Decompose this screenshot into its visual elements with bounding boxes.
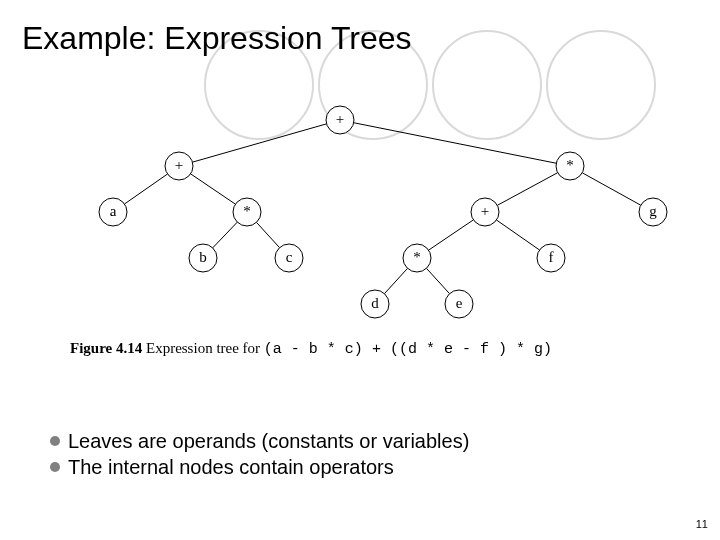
bullet-icon [50, 436, 60, 446]
tree-node-label: * [566, 157, 574, 173]
tree-edge [426, 268, 449, 293]
tree-edge [354, 123, 557, 164]
tree-node-label: * [413, 249, 421, 265]
tree-edge [384, 268, 407, 293]
tree-node-label: e [456, 295, 463, 311]
tree-node: * [403, 244, 431, 272]
tree-node-label: c [286, 249, 293, 265]
tree-edge [213, 222, 238, 248]
tree-edge [429, 220, 474, 250]
tree-edge [124, 174, 167, 204]
tree-node: f [537, 244, 565, 272]
tree-node: c [275, 244, 303, 272]
tree-node-label: a [110, 203, 117, 219]
tree-node: a [99, 198, 127, 226]
figure-label: Figure 4.14 [70, 340, 142, 356]
bullet-item: The internal nodes contain operators [50, 454, 469, 480]
tree-node: b [189, 244, 217, 272]
tree-node-label: + [481, 203, 489, 219]
tree-edge [256, 222, 279, 247]
tree-node-label: + [175, 157, 183, 173]
tree-edge [192, 124, 326, 162]
tree-node: + [165, 152, 193, 180]
bullet-text: Leaves are operands (constants or variab… [68, 428, 469, 454]
bullet-icon [50, 462, 60, 472]
tree-node: g [639, 198, 667, 226]
expression-tree: ++*a*+gbc*fde [55, 100, 675, 350]
tree-node-label: * [243, 203, 251, 219]
tree-node-label: d [371, 295, 379, 311]
caption-text: Expression tree for [146, 340, 260, 356]
tree-node: + [326, 106, 354, 134]
bullet-list: Leaves are operands (constants or variab… [50, 428, 469, 480]
page-number: 11 [696, 518, 708, 530]
figure-caption: Figure 4.14 Expression tree for (a - b *… [70, 340, 552, 358]
tree-edge [191, 174, 236, 204]
tree-node: * [233, 198, 261, 226]
tree-node: d [361, 290, 389, 318]
slide: Example: Expression Trees ++*a*+gbc*fde … [0, 0, 720, 540]
caption-expression: (a - b * c) + ((d * e - f ) * g) [264, 341, 552, 358]
bullet-item: Leaves are operands (constants or variab… [50, 428, 469, 454]
tree-edge [496, 220, 539, 250]
tree-node-label: + [336, 111, 344, 127]
tree-node-label: f [549, 249, 554, 265]
tree-edge [582, 173, 641, 205]
tree-node-label: g [649, 203, 657, 219]
tree-node: * [556, 152, 584, 180]
tree-edge [497, 173, 557, 206]
bullet-text: The internal nodes contain operators [68, 454, 394, 480]
tree-node: + [471, 198, 499, 226]
tree-node-label: b [199, 249, 207, 265]
slide-title: Example: Expression Trees [22, 20, 412, 57]
tree-node: e [445, 290, 473, 318]
